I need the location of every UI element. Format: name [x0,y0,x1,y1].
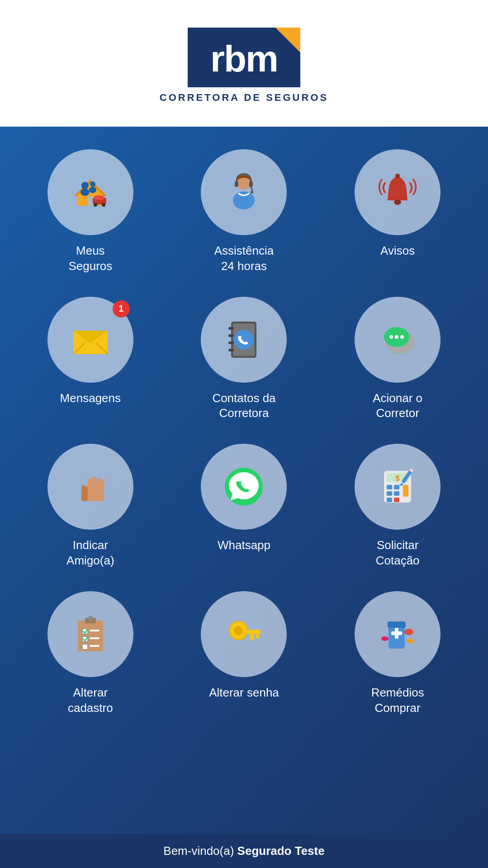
cotacao-icon: $ [375,464,420,509]
svg-rect-36 [92,477,96,483]
svg-rect-69 [388,621,406,628]
avisos-icon [375,170,420,215]
logo-container: rbm CORRETORA DE SEGUROS [160,28,328,104]
svg-rect-45 [403,485,408,497]
label-cotacao: SolicitarCotação [376,538,420,569]
svg-point-14 [251,191,253,194]
label-avisos: Avisos [380,243,415,259]
svg-rect-49 [394,498,399,502]
footer-text-normal: Bem-vindo(a) [163,844,237,858]
svg-rect-33 [81,487,88,501]
svg-point-32 [400,335,404,339]
grid-item-avisos[interactable]: Avisos [334,149,461,274]
icon-circle-cotacao: $ [355,444,441,530]
svg-rect-67 [250,634,254,640]
svg-rect-66 [256,634,259,639]
svg-rect-62 [90,645,99,647]
assistencia-icon [221,170,266,215]
label-mensagens: Mensagens [60,391,121,406]
svg-point-3 [81,189,90,196]
svg-rect-44 [394,485,399,489]
grid-item-indicar[interactable]: IndicarAmigo(a) [27,444,154,569]
svg-point-74 [381,636,389,641]
svg-rect-58 [90,630,99,631]
svg-point-9 [102,203,105,207]
icon-circle-mensagens: 1 [47,297,133,383]
grid-item-whatsapp[interactable]: Whatsapp [181,444,308,569]
svg-rect-65 [246,630,261,634]
icon-circle-acionar [355,297,441,383]
grid-item-assistencia[interactable]: Assistência24 horas [181,149,308,274]
logo-subtitle: CORRETORA DE SEGUROS [160,92,328,104]
icon-circle-assistencia [201,149,287,235]
svg-point-64 [234,626,243,635]
icon-circle-remedios [355,591,441,677]
svg-rect-24 [228,349,234,351]
mensagens-badge: 1 [113,300,130,318]
grid-item-cotacao[interactable]: $ SolicitarCotação [334,444,461,569]
svg-rect-23 [228,342,234,344]
label-senha: Alterar senha [209,685,279,701]
label-assistencia: Assistência24 horas [214,243,274,274]
meus-seguros-icon [68,170,113,215]
svg-rect-12 [235,181,238,187]
mensagens-icon [68,317,113,362]
svg-rect-56 [88,616,93,621]
svg-point-11 [233,191,255,209]
main-section: MeusSeguros [0,127,488,834]
grid-item-cadastro[interactable]: Alterarcadastro [27,591,154,716]
svg-point-25 [234,330,254,350]
svg-rect-22 [228,334,234,337]
remedios-icon [375,612,420,657]
whatsapp-icon [221,464,266,509]
grid-item-acionar[interactable]: Acionar oCorretor [334,297,461,422]
acionar-icon [375,317,420,362]
icon-circle-contatos [201,297,287,383]
label-contatos: Contatos daCorretora [212,391,275,422]
label-indicar: IndicarAmigo(a) [66,538,114,569]
grid-item-remedios[interactable]: RemédiosComprar [334,591,461,716]
svg-rect-71 [391,631,402,635]
label-acionar: Acionar oCorretor [373,391,422,422]
label-whatsapp: Whatsapp [218,538,270,553]
svg-point-16 [394,199,401,205]
grid-item-mensagens[interactable]: 1 Mensagens [27,297,154,422]
svg-point-5 [89,187,96,193]
indicar-icon [68,464,113,509]
footer: Bem-vindo(a) Segurado Teste [0,834,488,868]
svg-rect-61 [82,644,88,650]
svg-rect-21 [228,327,234,330]
svg-point-72 [404,629,413,635]
icon-circle-meus-seguros [47,149,133,235]
icon-circle-avisos [355,149,441,235]
svg-text:$: $ [396,474,400,482]
contatos-icon [221,317,266,362]
svg-point-15 [395,174,400,178]
icon-circle-indicar [47,444,133,530]
svg-rect-46 [387,491,392,496]
label-remedios: RemédiosComprar [371,685,424,716]
header: rbm CORRETORA DE SEGUROS [0,0,488,127]
svg-point-2 [81,182,89,189]
svg-point-30 [389,335,393,339]
senha-icon [221,612,266,657]
footer-text-bold: Segurado Teste [237,844,325,858]
svg-point-8 [94,203,97,207]
icon-circle-senha [201,591,287,677]
app-grid: MeusSeguros [27,149,461,734]
logo-box: rbm [188,28,300,87]
svg-point-73 [407,639,414,643]
cadastro-icon [68,612,113,657]
svg-rect-47 [394,491,399,496]
svg-rect-37 [97,478,100,484]
svg-rect-60 [90,637,99,639]
label-meus-seguros: MeusSeguros [68,243,112,274]
svg-rect-35 [88,479,91,485]
icon-circle-whatsapp [201,444,287,530]
svg-rect-43 [387,485,392,489]
label-cadastro: Alterarcadastro [68,685,113,716]
grid-item-contatos[interactable]: Contatos daCorretora [181,297,308,422]
svg-point-4 [90,181,95,187]
grid-item-meus-seguros[interactable]: MeusSeguros [27,149,154,274]
grid-item-senha[interactable]: Alterar senha [181,591,308,716]
